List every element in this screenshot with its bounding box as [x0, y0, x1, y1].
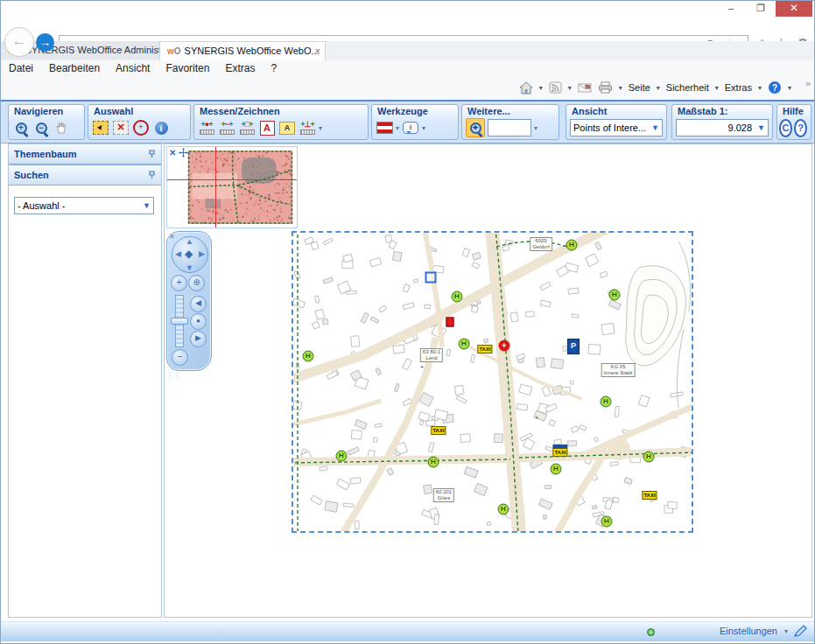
maptip-button[interactable]: i [402, 119, 419, 136]
previous-extent-button[interactable]: ◀ [190, 296, 207, 312]
full-extent-button[interactable]: ⊕ [188, 275, 205, 291]
sicherheit-caret-icon[interactable]: ▾ [715, 84, 719, 92]
identify-info-button[interactable]: i [152, 119, 170, 136]
hydrant-marker[interactable] [446, 318, 454, 327]
menu-ansicht[interactable]: Ansicht [108, 60, 158, 76]
messen-caret-icon[interactable]: ▾ [319, 124, 322, 132]
menu-bearbeiten[interactable]: Bearbeiten [41, 60, 108, 76]
overflow-chevron-icon[interactable]: » [805, 78, 811, 88]
pan-right-icon[interactable]: ▶ [199, 249, 205, 258]
read-mail-icon[interactable] [578, 82, 592, 93]
rss-feed-icon[interactable] [549, 81, 562, 94]
einstellungen-caret-icon[interactable]: ▾ [784, 627, 788, 635]
view-select[interactable]: Points of Intere... ▼ [570, 119, 663, 136]
home-caret-icon[interactable]: ▾ [539, 84, 543, 92]
pan-center-icon[interactable]: ◆ [185, 248, 193, 260]
stop-marker[interactable]: H [609, 290, 621, 301]
panel-drag-handle[interactable]: ⋮⋮ [166, 374, 172, 388]
help-caret-icon[interactable]: ▾ [788, 84, 791, 92]
stop-marker[interactable]: H [566, 240, 578, 251]
stop-marker[interactable]: H [601, 396, 612, 408]
taxi-marker[interactable]: TAXI [431, 426, 446, 435]
zoom-out-widget-button[interactable]: − [172, 349, 188, 366]
parking-marker[interactable]: P [567, 339, 580, 354]
stop-marker[interactable]: H [551, 464, 562, 475]
pin-icon[interactable] [148, 171, 156, 179]
help-button[interactable]: ? [794, 119, 807, 137]
pan-hand-button[interactable] [53, 119, 70, 136]
draw-text-button[interactable]: A [258, 119, 276, 136]
stop-marker[interactable]: H [459, 339, 470, 350]
print-caret-icon[interactable]: ▾ [619, 84, 622, 92]
print-icon[interactable] [598, 81, 613, 94]
next-extent-button[interactable]: ▶ [190, 331, 207, 347]
measure-coordinate-button[interactable]: +⊥+ [299, 119, 316, 136]
seite-caret-icon[interactable]: ▾ [657, 84, 660, 92]
scale-input[interactable]: 9.028 ▼ [676, 119, 769, 136]
minimize-button[interactable]: – [718, 1, 744, 17]
pan-up-icon[interactable]: ▲ [186, 237, 193, 246]
panel-themenbaum[interactable]: Themenbaum [9, 144, 161, 164]
pan-compass[interactable]: ▲ ▼ ◀ ▶ ◆ [172, 236, 208, 273]
weitere-caret-icon[interactable]: ▾ [534, 124, 537, 132]
menu-hilfe[interactable]: ? [263, 60, 285, 76]
overview-close-icon[interactable]: ✕ [169, 148, 176, 158]
menu-extras[interactable]: Extras [217, 60, 263, 76]
label-marker[interactable]: KG 05Innere Stadt [601, 363, 636, 377]
zoom-out-button[interactable]: − [32, 119, 50, 136]
overview-move-icon[interactable] [179, 148, 188, 158]
rss-caret-icon[interactable]: ▾ [568, 84, 572, 92]
zoom-in-widget-button[interactable]: + [171, 275, 187, 291]
navigator-close-icon[interactable]: ✕ [169, 233, 175, 241]
forward-button[interactable]: → [36, 33, 54, 52]
search-theme-select[interactable]: - Auswahl - ▼ [14, 197, 154, 214]
center-extent-button[interactable]: ● [190, 313, 207, 330]
stop-marker[interactable]: H [428, 457, 439, 468]
zoom-slider-handle[interactable] [171, 318, 188, 325]
taxi-marker[interactable]: TAXI [477, 345, 492, 354]
extras-caret-icon[interactable]: ▾ [758, 84, 762, 92]
select-circle-button[interactable]: + [132, 119, 150, 136]
zoom-in-button[interactable]: + [12, 119, 30, 136]
stop-marker[interactable]: H [643, 452, 655, 463]
maptip-caret-icon[interactable]: ▾ [422, 124, 425, 132]
overview-map-image[interactable] [187, 150, 293, 224]
label-marker[interactable]: 6020Geidorf [530, 237, 552, 251]
close-button[interactable]: ✕ [776, 1, 812, 17]
stop-marker[interactable]: H [498, 504, 509, 515]
sicherheit-menu[interactable]: Sicherheit [666, 82, 709, 93]
measure-area-button[interactable]: +□+ [238, 119, 256, 136]
stop-marker[interactable]: H [601, 516, 613, 528]
pharmacy-marker[interactable]: + [499, 340, 510, 352]
stop-marker[interactable]: H [303, 351, 314, 362]
help-icon[interactable]: ? [768, 80, 782, 94]
draw-label-button[interactable]: A [278, 119, 296, 136]
stop-marker[interactable]: H [336, 451, 348, 462]
quick-search-button[interactable]: ✦ [466, 118, 485, 137]
menu-datei[interactable]: Datei [1, 60, 41, 76]
measure-point-button[interactable]: +●+ [198, 119, 215, 136]
tab-weboffice-active[interactable]: wOSYNERGIS WebOffice WebO... × [159, 41, 326, 60]
pan-down-icon[interactable]: ▼ [186, 263, 193, 272]
clear-selection-button[interactable]: ✕ [112, 119, 130, 136]
select-rectangle-button[interactable] [92, 119, 109, 136]
label-marker[interactable]: 63 80-1Lend [420, 348, 443, 362]
pin-icon[interactable] [148, 150, 156, 158]
map-canvas[interactable]: ++ HHTAXI+6020GeidorfHHP63 80-1LendHKG 0… [292, 231, 693, 533]
home-page-icon[interactable] [519, 81, 533, 94]
redline-pen-icon[interactable] [793, 625, 807, 638]
label-marker[interactable]: 60 201Gries [433, 488, 454, 502]
seite-menu[interactable]: Seite [629, 82, 650, 93]
poi-marker[interactable] [425, 272, 437, 284]
copyright-button[interactable]: C [779, 119, 792, 137]
panel-suchen[interactable]: Suchen [9, 164, 161, 186]
pan-left-icon[interactable]: ◀ [175, 249, 181, 258]
flag-caret-icon[interactable]: ▾ [396, 124, 399, 132]
tab-close-icon[interactable]: × [315, 42, 320, 60]
back-button[interactable]: ← [4, 27, 34, 57]
quick-search-input[interactable] [488, 119, 531, 136]
taxi-blue-marker[interactable]: TAXI [552, 448, 567, 457]
stop-marker[interactable]: H [452, 291, 463, 303]
extras-menu[interactable]: Extras [725, 82, 752, 93]
menu-favoriten[interactable]: Favoriten [158, 60, 217, 76]
